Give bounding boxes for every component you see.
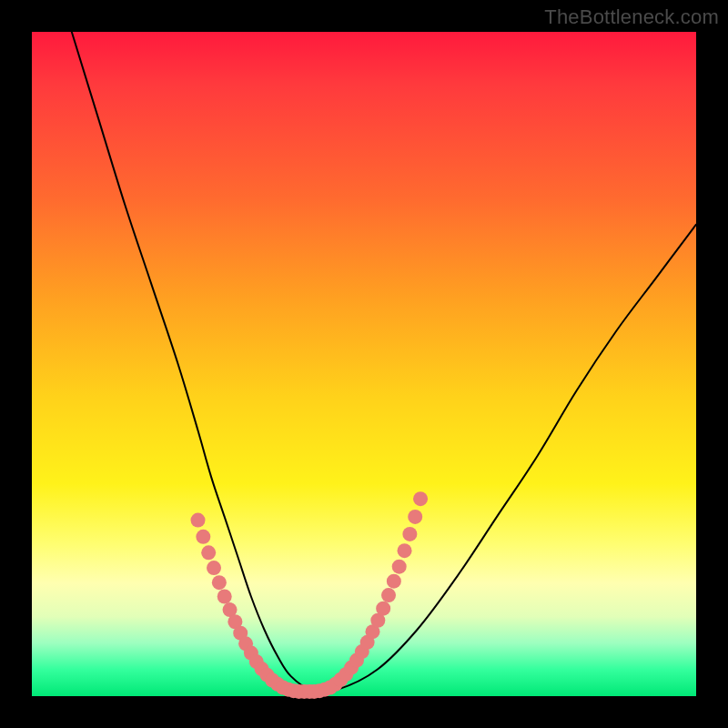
watermark-text: TheBottleneck.com: [544, 5, 719, 29]
bead-marker: [381, 588, 396, 602]
plot-area: [32, 32, 696, 696]
bead-marker: [217, 590, 232, 604]
chart-svg: [32, 32, 696, 696]
bead-marker: [413, 491, 428, 506]
bead-marker: [392, 560, 407, 574]
bead-marker: [387, 574, 401, 589]
bead-marker: [398, 543, 412, 558]
bead-marker: [212, 575, 227, 590]
bead-marker: [201, 545, 216, 560]
bead-marker: [196, 530, 210, 544]
bead-marker: [191, 513, 206, 528]
bead-marker: [402, 527, 417, 541]
bead-marker: [207, 561, 221, 575]
bead-marker: [408, 510, 422, 524]
bead-marker: [376, 602, 390, 616]
outer-frame: TheBottleneck.com: [0, 0, 728, 728]
